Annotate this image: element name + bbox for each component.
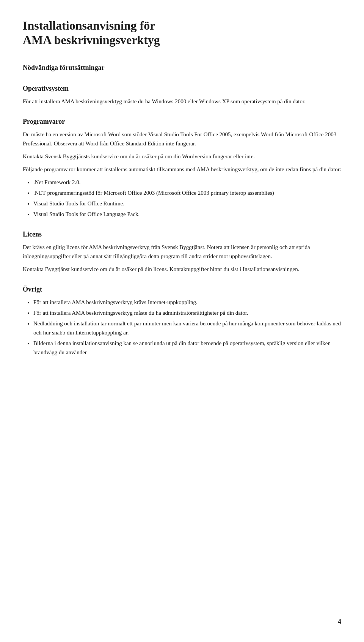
other-bullet-1: För att installera AMA beskrivningsverkt… <box>33 298 341 307</box>
os-text: För att installera AMA beskrivningsverkt… <box>23 97 341 106</box>
software-bullet-4: Visual Studio Tools for Office Language … <box>33 210 341 219</box>
other-bullet-2: För att installera AMA beskrivningsverkt… <box>33 308 341 317</box>
other-bullet-3: Nedladdning och installation tar normalt… <box>33 319 341 337</box>
software-bullet-list: .Net Framework 2.0. .NET programmeringss… <box>23 178 341 219</box>
software-para2: Kontakta Svensk Byggtjänsts kundservice … <box>23 152 341 161</box>
prerequisites-heading: Nödvändiga förutsättningar <box>23 63 341 73</box>
page-title: Installationsanvisning för AMA beskrivni… <box>23 18 341 47</box>
license-para2: Kontakta Byggtjänst kundservice om du är… <box>23 265 341 274</box>
software-heading: Programvaror <box>23 117 341 127</box>
page-number: 4 <box>338 617 341 627</box>
software-bullet-1: .Net Framework 2.0. <box>33 178 341 187</box>
license-para1: Det krävs en giltig licens för AMA beskr… <box>23 243 341 261</box>
software-bullet-3: Visual Studio Tools for Office Runtime. <box>33 199 341 208</box>
os-heading: Operativsystem <box>23 84 341 94</box>
other-bullet-list: För att installera AMA beskrivningsverkt… <box>23 298 341 357</box>
other-bullet-4: Bilderna i denna installationsanvisning … <box>33 339 341 357</box>
license-heading: Licens <box>23 229 341 240</box>
auto-install-intro: Följande programvaror kommer att install… <box>23 165 341 174</box>
other-heading: Övrigt <box>23 284 341 295</box>
software-bullet-2: .NET programmeringsstöd för Microsoft Of… <box>33 188 341 197</box>
software-para1: Du måste ha en version av Microsoft Word… <box>23 130 341 148</box>
